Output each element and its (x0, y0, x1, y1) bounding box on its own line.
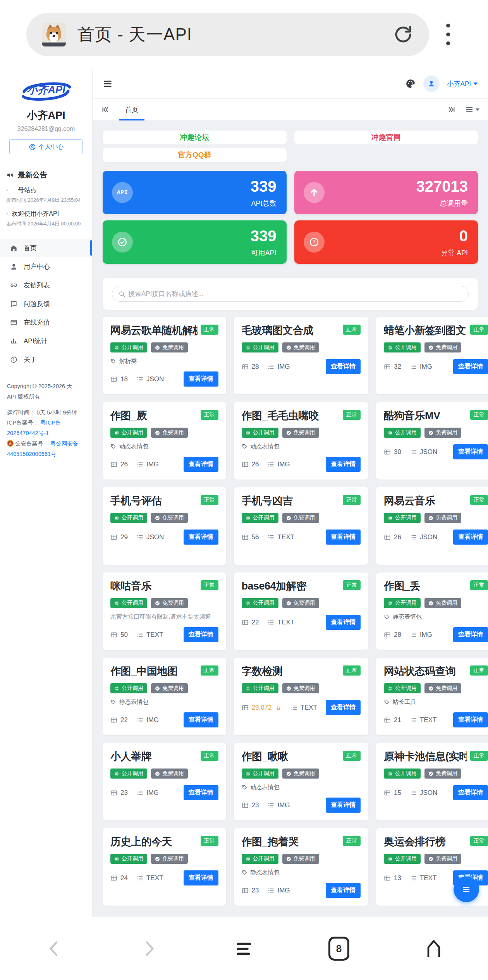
notice-forum-button[interactable]: 冲趣论坛 (103, 131, 287, 144)
list-icon (267, 619, 274, 626)
browser-main-menu-button[interactable] (232, 936, 256, 961)
api-category-row: 动态表情包 (242, 784, 361, 791)
call-count: 13 (384, 874, 401, 882)
call-count-value: 15 (394, 789, 401, 797)
user-menu[interactable]: 小齐API (447, 79, 478, 88)
api-card: 小人举牌 正常 公开调用 免费调用 (103, 743, 226, 820)
tab-switcher-button[interactable]: 8 (326, 936, 351, 961)
return-type-value: IMG (420, 631, 432, 639)
announcement-item[interactable]: ·欢迎使用小齐API 发布时间:2026年4月4日 00:00:00 (6, 210, 86, 227)
view-details-button[interactable]: 查看详情 (184, 870, 218, 885)
call-count: 21 (384, 716, 401, 724)
status-badge: 正常 (470, 495, 488, 505)
scroll-tabs-left-icon[interactable] (101, 105, 110, 114)
view-details-button[interactable]: 查看详情 (453, 444, 488, 459)
view-details-button[interactable]: 查看详情 (326, 530, 361, 545)
status-badge: 正常 (343, 665, 361, 676)
return-type-value: TEXT (146, 631, 163, 639)
status-badge: 正常 (343, 580, 361, 590)
tab-home[interactable]: 首页 (119, 99, 144, 120)
free-call-tag: 免费调用 (424, 769, 461, 779)
view-details-button[interactable]: 查看详情 (184, 712, 218, 727)
api-category: 站长工具 (393, 698, 416, 706)
view-details-button[interactable]: 查看详情 (453, 627, 488, 642)
tab-list-menu[interactable] (465, 105, 479, 114)
view-details-button[interactable]: 查看详情 (326, 883, 361, 898)
call-count: 24 (110, 874, 128, 882)
scroll-tabs-right-icon[interactable] (447, 105, 456, 114)
call-count-value: 24 (120, 874, 128, 882)
view-details-button[interactable]: 查看详情 (453, 785, 488, 800)
main-header: 小齐API (93, 69, 488, 98)
return-type-value: IMG (277, 461, 290, 468)
free-call-tag: 免费调用 (282, 854, 319, 864)
api-card-title: 酷狗音乐MV (384, 410, 467, 422)
api-category-row: 静态表情包 (242, 869, 361, 876)
sidebar-item-recharge[interactable]: 在线充值 (0, 313, 92, 332)
counter-icon (242, 461, 249, 468)
globe-icon (246, 771, 251, 776)
return-type: TEXT (136, 874, 163, 882)
search-input[interactable]: 搜索API接口名称或描述... (112, 286, 469, 302)
free-call-tag: 免费调用 (282, 428, 319, 438)
refresh-icon[interactable] (393, 24, 414, 45)
view-details-button[interactable]: 查看详情 (326, 615, 361, 630)
view-details-button[interactable]: 查看详情 (184, 371, 218, 387)
back-button[interactable] (42, 936, 67, 961)
view-details-button[interactable]: 查看详情 (326, 700, 361, 715)
sidebar-item-feedback[interactable]: ? 问题反馈 (0, 294, 92, 313)
list-icon (136, 789, 143, 796)
browser-menu-icon[interactable] (442, 20, 454, 49)
sidebar-item-links[interactable]: 友链列表 (0, 276, 92, 294)
home-button[interactable] (421, 936, 446, 961)
user-avatar[interactable] (423, 76, 440, 92)
view-details-button[interactable]: 查看详情 (184, 530, 218, 545)
check-circle-icon (112, 232, 133, 253)
api-card: 酷狗音乐MV 正常 公开调用 免费调用 (376, 402, 488, 480)
call-count-value: 50 (120, 631, 128, 639)
floating-menu-button[interactable] (454, 877, 479, 902)
view-details-button[interactable]: 查看详情 (184, 457, 218, 472)
call-count: 28 (242, 363, 259, 371)
view-details-button[interactable]: 查看详情 (184, 627, 218, 642)
view-details-button[interactable]: 查看详情 (326, 457, 361, 472)
sidebar: 小齐API XIAOQIAPI 小齐API 326284281@qq.com 个… (0, 69, 93, 917)
list-icon (136, 376, 143, 383)
public-call-tag: 公开调用 (242, 683, 278, 693)
status-badge: 正常 (201, 325, 218, 335)
notice-qq-group-button[interactable]: 官方QQ群 (103, 148, 287, 162)
site-logo: 小齐API XIAOQIAPI (0, 69, 92, 108)
theme-palette-icon[interactable] (406, 79, 416, 89)
tag-icon (110, 699, 116, 705)
forward-button[interactable] (137, 936, 162, 961)
sidebar-item-api-stats[interactable]: API统计 (0, 332, 92, 350)
announcement-item[interactable]: ·二号站点 发布时间:2026年4月9日 23:55:04 (6, 186, 86, 204)
sidebar-toggle-icon[interactable] (103, 79, 113, 89)
view-details-button[interactable]: 查看详情 (184, 785, 218, 800)
bar-chart-icon (10, 337, 17, 345)
call-count: 29 (110, 533, 128, 541)
sidebar-item-about[interactable]: 关于 (0, 350, 92, 369)
address-bar[interactable]: 首页 - 天一API (26, 13, 429, 56)
view-details-button[interactable]: 查看详情 (326, 798, 361, 813)
return-type: JSON (410, 448, 437, 456)
search-placeholder: 搜索API接口名称或描述... (128, 289, 204, 298)
call-count-value: 28 (394, 631, 401, 639)
check-circle-icon (428, 430, 433, 435)
api-card: 作图_中国地图 正常 公开调用 免费调用 (103, 658, 226, 735)
tag-icon (110, 358, 116, 364)
status-badge: 正常 (343, 495, 361, 505)
api-card-title: 蜡笔小新签到图文 (384, 325, 467, 337)
sidebar-item-home[interactable]: 首页 (0, 239, 92, 257)
profile-center-button[interactable]: 个人中心 (9, 139, 83, 154)
call-count: 23 (242, 887, 259, 894)
list-icon (410, 631, 417, 638)
view-details-button[interactable]: 查看详情 (453, 359, 488, 374)
view-details-button[interactable]: 查看详情 (453, 712, 488, 727)
sidebar-item-user-center[interactable]: 用户中心 (0, 257, 92, 276)
notice-official-site-button[interactable]: 冲趣官网 (294, 131, 478, 144)
view-details-button[interactable]: 查看详情 (326, 359, 361, 374)
call-count-value: 26 (252, 461, 259, 468)
view-details-button[interactable]: 查看详情 (453, 530, 488, 545)
menu-icon (462, 885, 471, 894)
